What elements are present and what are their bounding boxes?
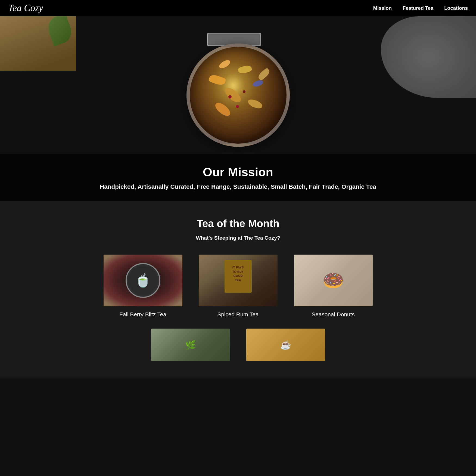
featured-section: Tea of the Month What's Steeping at The … (0, 201, 476, 378)
tea-petal (222, 86, 243, 104)
nav-logo[interactable]: Tea Cozy (8, 3, 43, 14)
tea-card-name-spiced-rum: Spiced Rum Tea (217, 311, 259, 318)
tea-petal (208, 73, 226, 86)
tea-petal (247, 99, 263, 109)
tea-jar (177, 27, 299, 169)
tea-petal (237, 64, 252, 75)
section-title: Tea of the Month (11, 218, 465, 230)
tea-petal (213, 100, 232, 119)
tea-berry (236, 105, 239, 108)
jar-body (186, 44, 290, 147)
hero-title: Our Mission (5, 165, 471, 179)
tea-card-bottom-2: ☕ (246, 329, 325, 361)
hero-subtitle: Handpicked, Artisanally Curated, Free Ra… (5, 183, 471, 190)
tea-card-image-seasonal-donuts (294, 255, 373, 306)
nav-link-mission[interactable]: Mission (373, 5, 392, 11)
tea-card-bottom-image-1: 🌿 (151, 329, 230, 361)
tea-card-spiced-rum: Spiced Rum Tea (199, 255, 278, 318)
tea-card-bottom-image-2: ☕ (246, 329, 325, 361)
hero-background: Our Mission Handpicked, Artisanally Cura… (0, 16, 476, 201)
tea-card-name-seasonal-donuts: Seasonal Donuts (312, 311, 354, 318)
hero-overlay: Our Mission Handpicked, Artisanally Cura… (0, 154, 476, 201)
tea-petal (252, 79, 264, 88)
tea-berry (243, 90, 245, 93)
textile-decoration (381, 16, 476, 98)
section-subtitle: What's Steeping at The Tea Cozy? (11, 235, 465, 241)
tea-card-fall-berry: Fall Berry Blitz Tea (104, 255, 182, 318)
tea-card-seasonal-donuts: Seasonal Donuts (294, 255, 373, 318)
hero-section: Our Mission Handpicked, Artisanally Cura… (0, 16, 476, 201)
tea-cards-bottom-row: 🌿 ☕ (11, 329, 465, 361)
navbar: Tea Cozy Mission Featured Tea Locations (0, 0, 476, 16)
tea-petal (218, 59, 232, 70)
tea-card-bottom-1: 🌿 (151, 329, 230, 361)
nav-link-featured-tea[interactable]: Featured Tea (403, 5, 433, 11)
tea-cards-row: Fall Berry Blitz Tea Spiced Rum Tea Seas… (11, 255, 465, 318)
tea-petal (257, 67, 271, 81)
tea-card-image-spiced-rum (199, 255, 278, 306)
tea-card-image-fall-berry (104, 255, 182, 306)
nav-links: Mission Featured Tea Locations (373, 5, 468, 11)
tea-card-name-fall-berry: Fall Berry Blitz Tea (119, 311, 166, 318)
nav-link-locations[interactable]: Locations (444, 5, 468, 11)
